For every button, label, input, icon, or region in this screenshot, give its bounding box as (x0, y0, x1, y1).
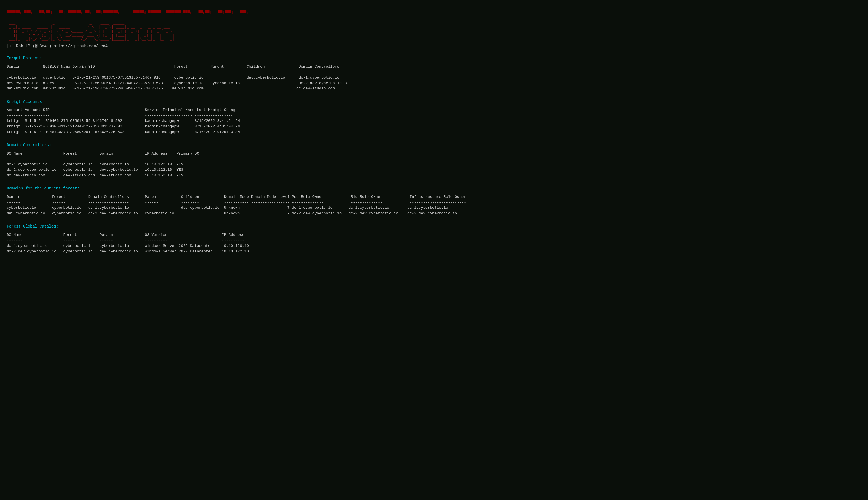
target-domains-header: Target Domains: (7, 56, 861, 61)
title-block: ___ _ _ ____ _____ |_ _|_ ____ _____ | |… (7, 17, 861, 41)
domains-forest-header: Domains for the current forest: (7, 186, 861, 191)
domains-forest-table: Domain Forest Domain Controllers Parent … (7, 194, 861, 216)
ascii-art-title: ___ _ _ ____ _____ |_ _|_ ____ _____ | |… (7, 17, 861, 41)
target-domains-section: Target Domains: Domain NetBIOS Name Doma… (7, 56, 861, 91)
target-domains-table: Domain NetBIOS Name Domain SID Forest Pa… (7, 64, 861, 91)
domain-controllers-section: Domain Controllers: DC Name Forest Domai… (7, 143, 861, 178)
forest-global-catalog-header: Forest Global Catalog: (7, 224, 861, 229)
forest-global-catalog-table: DC Name Forest Domain OS Version IP Addr… (7, 232, 861, 254)
domain-controllers-header: Domain Controllers: (7, 143, 861, 148)
domains-forest-section: Domains for the current forest: Domain F… (7, 186, 861, 216)
krbtgt-accounts-table: Account Account SID Service Principal Na… (7, 107, 861, 135)
credit-line: [+] Rob LP (@L3o4j) https://github.com/L… (7, 44, 861, 49)
ascii-title: ██████╗ ███╗ ██╗██╗ ██╗ ██████╗ ██╗ ██╗█… (7, 5, 861, 14)
domain-controllers-table: DC Name Forest Domain IP Address Primary… (7, 151, 861, 178)
krbtgt-accounts-section: Krbtgt Accounts Account Account SID Serv… (7, 99, 861, 135)
forest-global-catalog-section: Forest Global Catalog: DC Name Forest Do… (7, 224, 861, 254)
krbtgt-accounts-header: Krbtgt Accounts (7, 99, 861, 105)
